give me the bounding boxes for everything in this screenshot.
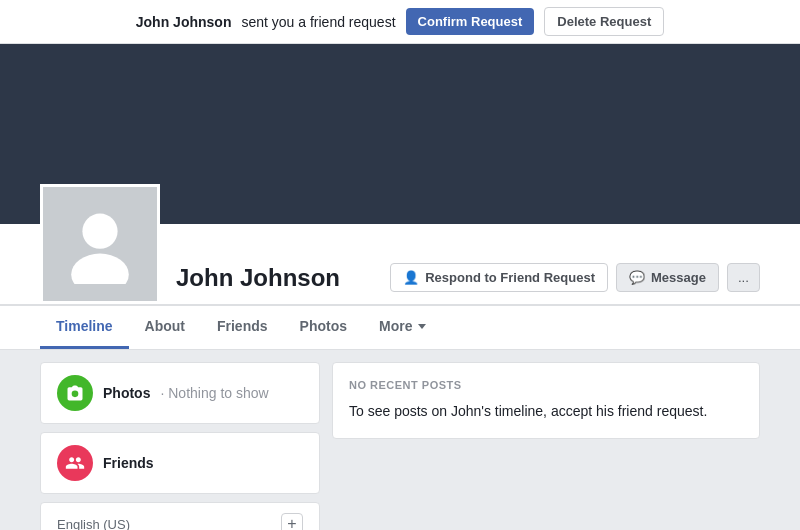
- right-content: NO RECENT POSTS To see posts on John's t…: [332, 362, 760, 530]
- tab-photos[interactable]: Photos: [284, 306, 363, 349]
- person-icon: 👤: [403, 270, 419, 285]
- profile-name: John Johnson: [176, 264, 374, 292]
- message-icon: 💬: [629, 270, 645, 285]
- camera-icon: [65, 383, 85, 403]
- profile-actions: 👤 Respond to Friend Request 💬 Message ..…: [390, 263, 760, 304]
- avatar-wrapper: [40, 184, 160, 304]
- avatar-silhouette: [60, 204, 140, 284]
- friends-sidebar-card[interactable]: Friends: [40, 432, 320, 494]
- tab-more[interactable]: More: [363, 306, 442, 349]
- main-content: Photos · Nothing to show Friends English…: [0, 362, 800, 530]
- photos-label: Photos: [103, 385, 150, 401]
- respond-friend-request-button[interactable]: 👤 Respond to Friend Request: [390, 263, 608, 292]
- avatar: [40, 184, 160, 304]
- friends-label: Friends: [103, 455, 154, 471]
- tab-timeline[interactable]: Timeline: [40, 306, 129, 349]
- friends-icon: [57, 445, 93, 481]
- more-actions-button[interactable]: ...: [727, 263, 760, 292]
- sender-name: John Johnson: [136, 14, 232, 30]
- language-label: English (US): [57, 517, 130, 531]
- message-button[interactable]: 💬 Message: [616, 263, 719, 292]
- no-posts-card: NO RECENT POSTS To see posts on John's t…: [332, 362, 760, 439]
- respond-btn-label: Respond to Friend Request: [425, 270, 595, 285]
- photos-sidebar-card[interactable]: Photos · Nothing to show: [40, 362, 320, 424]
- no-posts-label: NO RECENT POSTS: [349, 379, 743, 391]
- people-icon: [65, 453, 85, 473]
- delete-request-button[interactable]: Delete Request: [544, 7, 664, 36]
- tab-about[interactable]: About: [129, 306, 201, 349]
- svg-point-1: [71, 254, 129, 284]
- photos-icon: [57, 375, 93, 411]
- notification-text: sent you a friend request: [241, 14, 395, 30]
- confirm-request-button[interactable]: Confirm Request: [406, 8, 535, 35]
- tab-friends[interactable]: Friends: [201, 306, 284, 349]
- profile-info-bar: John Johnson 👤 Respond to Friend Request…: [0, 224, 800, 305]
- photos-sub-label: · Nothing to show: [160, 385, 268, 401]
- profile-tabs: Timeline About Friends Photos More: [0, 305, 800, 349]
- friend-request-bar: John Johnson sent you a friend request C…: [0, 0, 800, 44]
- chevron-down-icon: [418, 324, 426, 329]
- left-sidebar: Photos · Nothing to show Friends English…: [40, 362, 320, 530]
- no-posts-text: To see posts on John's timeline, accept …: [349, 401, 743, 422]
- message-btn-label: Message: [651, 270, 706, 285]
- profile-name-area: John Johnson: [176, 256, 374, 304]
- language-bar: English (US) +: [40, 502, 320, 530]
- svg-point-0: [82, 214, 117, 249]
- profile-cover-container: John Johnson 👤 Respond to Friend Request…: [0, 44, 800, 350]
- language-add-button[interactable]: +: [281, 513, 303, 530]
